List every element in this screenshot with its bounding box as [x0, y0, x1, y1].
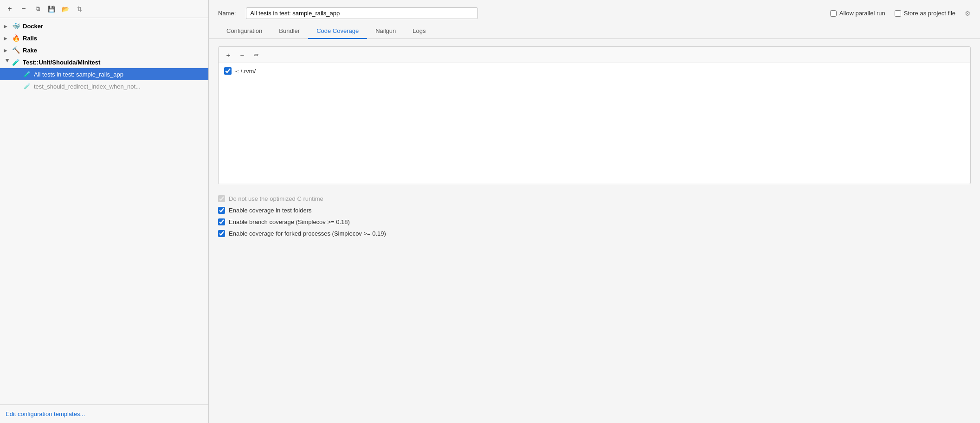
tree-label-test-method: test_should_redirect_index_when_not...	[34, 83, 141, 90]
content-area: + − ✏ -: /.rvm/ Do not use the opti	[209, 39, 980, 423]
branch-coverage-checkbox[interactable]	[218, 218, 225, 225]
rvm-checkbox[interactable]	[224, 67, 232, 75]
remove-exclusion-button[interactable]: −	[237, 50, 247, 60]
forked-processes-label: Enable coverage for forked processes (Si…	[229, 230, 386, 237]
allow-parallel-label: Allow parallel run	[839, 10, 885, 17]
add-config-button[interactable]: +	[5, 4, 15, 14]
chevron-docker: ▶	[4, 24, 11, 29]
name-label: Name:	[218, 10, 236, 17]
branch-coverage-label: Enable branch coverage (Simplecov >= 0.1…	[229, 218, 350, 225]
config-header: Name: Allow parallel run Store as projec…	[209, 0, 980, 24]
config-name-input[interactable]	[246, 7, 478, 19]
tab-logs[interactable]: Logs	[404, 24, 434, 39]
coverage-exclusions-box: + − ✏ -: /.rvm/	[218, 46, 971, 184]
config-tree: ▶ 🐳 Docker ▶ 🔥 Rails ▶ 🔨 Rake ▶ 🧪 Test::…	[0, 18, 208, 404]
all-tests-icon: 🧪	[22, 70, 32, 79]
header-options: Allow parallel run Store as project file…	[830, 10, 971, 17]
left-toolbar: + − ⧉ 💾 📂 ⇅	[0, 0, 208, 18]
minitest-icon: 🧪	[11, 58, 20, 67]
tree-item-docker[interactable]: ▶ 🐳 Docker	[0, 20, 208, 32]
no-optimized-checkbox[interactable]	[218, 195, 225, 202]
tree-label-all-tests: All tests in test: sample_rails_app	[34, 71, 123, 78]
allow-parallel-option[interactable]: Allow parallel run	[830, 10, 885, 17]
enable-coverage-checkbox[interactable]	[218, 207, 225, 214]
tree-item-rails[interactable]: ▶ 🔥 Rails	[0, 32, 208, 44]
option-forked-processes: Enable coverage for forked processes (Si…	[218, 230, 971, 237]
coverage-toolbar: + − ✏	[219, 47, 970, 63]
option-enable-coverage: Enable coverage in test folders	[218, 207, 971, 214]
edit-exclusion-button[interactable]: ✏	[251, 50, 261, 60]
sort-config-button[interactable]: ⇅	[74, 4, 84, 14]
chevron-rails: ▶	[4, 36, 11, 41]
tree-item-minitest[interactable]: ▶ 🧪 Test::Unit/Shoulda/Minitest	[0, 56, 208, 68]
option-no-optimized: Do not use the optimized C runtime	[218, 195, 971, 202]
forked-processes-checkbox[interactable]	[218, 230, 225, 237]
gear-icon[interactable]: ⚙	[965, 10, 971, 17]
add-exclusion-button[interactable]: +	[223, 50, 233, 60]
tab-configuration[interactable]: Configuration	[218, 24, 271, 39]
edit-templates-link[interactable]: Edit configuration templates...	[0, 404, 208, 423]
rails-icon: 🔥	[11, 33, 20, 43]
tab-bundler[interactable]: Bundler	[271, 24, 308, 39]
rake-icon: 🔨	[11, 45, 20, 55]
coverage-options: Do not use the optimized C runtime Enabl…	[218, 192, 971, 237]
rvm-label: -: /.rvm/	[235, 68, 256, 75]
right-panel: Name: Allow parallel run Store as projec…	[209, 0, 980, 423]
tree-label-docker: Docker	[23, 23, 43, 30]
store-project-label: Store as project file	[904, 10, 955, 17]
tree-label-rails: Rails	[23, 35, 37, 42]
option-branch-coverage: Enable branch coverage (Simplecov >= 0.1…	[218, 218, 971, 225]
store-project-option[interactable]: Store as project file	[895, 10, 955, 17]
coverage-row-rvm: -: /.rvm/	[222, 66, 967, 76]
docker-icon: 🐳	[11, 21, 20, 31]
tab-code-coverage[interactable]: Code Coverage	[308, 24, 367, 39]
tabs-bar: Configuration Bundler Code Coverage Nail…	[209, 24, 980, 39]
enable-coverage-label: Enable coverage in test folders	[229, 207, 312, 214]
tree-item-rake[interactable]: ▶ 🔨 Rake	[0, 44, 208, 56]
folder-config-button[interactable]: 📂	[60, 4, 71, 14]
chevron-rake: ▶	[4, 48, 11, 53]
tree-item-all-tests[interactable]: 🧪 All tests in test: sample_rails_app	[0, 68, 208, 80]
allow-parallel-checkbox[interactable]	[830, 10, 837, 17]
chevron-minitest: ▶	[5, 58, 10, 66]
tab-nailgun[interactable]: Nailgun	[367, 24, 404, 39]
copy-config-button[interactable]: ⧉	[32, 4, 43, 14]
left-panel: + − ⧉ 💾 📂 ⇅ ▶ 🐳 Docker ▶ 🔥 Rails ▶ 🔨 Rak…	[0, 0, 209, 423]
save-config-button[interactable]: 💾	[46, 4, 57, 14]
test-method-icon: 🧪	[22, 82, 32, 91]
tree-item-test-method[interactable]: 🧪 test_should_redirect_index_when_not...	[0, 80, 208, 92]
tree-label-rake: Rake	[23, 47, 37, 54]
no-optimized-label: Do not use the optimized C runtime	[229, 195, 323, 202]
remove-config-button[interactable]: −	[19, 4, 29, 14]
tree-label-minitest: Test::Unit/Shoulda/Minitest	[23, 59, 100, 66]
coverage-list: -: /.rvm/	[219, 63, 970, 184]
store-project-checkbox[interactable]	[895, 10, 901, 17]
